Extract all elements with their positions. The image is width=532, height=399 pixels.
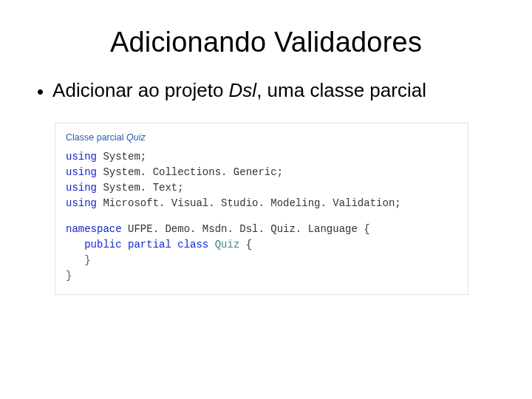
keyword-using: using [66,151,97,163]
code-close2: } [66,270,72,282]
keyword-namespace: namespace [66,223,122,235]
bullet-prefix: Adicionar ao projeto [52,79,228,101]
code-sp2 [171,239,177,250]
slide: Adicionando Validadores • Adicionar ao p… [0,0,532,399]
page-title: Adicionando Validadores [33,27,499,58]
code-ns4: Microsoft. Visual. Studio. Modeling. Val… [97,197,401,209]
code-ns3: System. Text; [97,182,184,194]
code-sp3 [208,239,214,250]
keyword-public: public [84,239,121,250]
code-line: using System. Text; [66,180,457,196]
bullet-item: • Adicionar ao projeto Dsl, uma classe p… [37,79,499,103]
caption-prefix: Classe parcial [66,132,126,143]
code-pad [66,239,84,250]
code-close1: } [66,254,91,266]
code-line: } [66,268,457,284]
code-line: namespace UFPE. Demo. Msdn. Dsl. Quiz. L… [66,222,457,237]
code-block: Classe parcial Quiz using System; using … [55,123,468,295]
code-ns2: System. Collections. Generic; [97,166,283,178]
bullet-text: Adicionar ao projeto Dsl, uma classe par… [52,79,426,102]
code-nsdecl: UFPE. Demo. Msdn. Dsl. Quiz. Language { [122,223,370,235]
keyword-partial: partial [128,239,171,250]
code-sp1 [122,239,128,250]
bullet-suffix: , uma classe parcial [256,79,426,101]
code-line: using System; [66,149,457,165]
type-name: Quiz [215,239,240,250]
code-line: using Microsoft. Visual. Studio. Modelin… [66,196,457,211]
code-line: public partial class Quiz { [66,237,457,253]
code-line: } [66,253,457,268]
keyword-using: using [66,166,97,178]
code-line: using System. Collections. Generic; [66,165,457,180]
keyword-using: using [66,197,97,209]
code-ns1: System; [97,151,146,163]
caption-italic: Quiz [126,132,146,143]
code-caption: Classe parcial Quiz [66,131,457,145]
keyword-class: class [177,239,208,250]
blank-line [66,211,457,222]
code-classopen: { [239,239,252,250]
bullet-italic: Dsl [229,79,257,101]
keyword-using: using [66,182,97,194]
bullet-dot-icon: • [37,79,44,103]
